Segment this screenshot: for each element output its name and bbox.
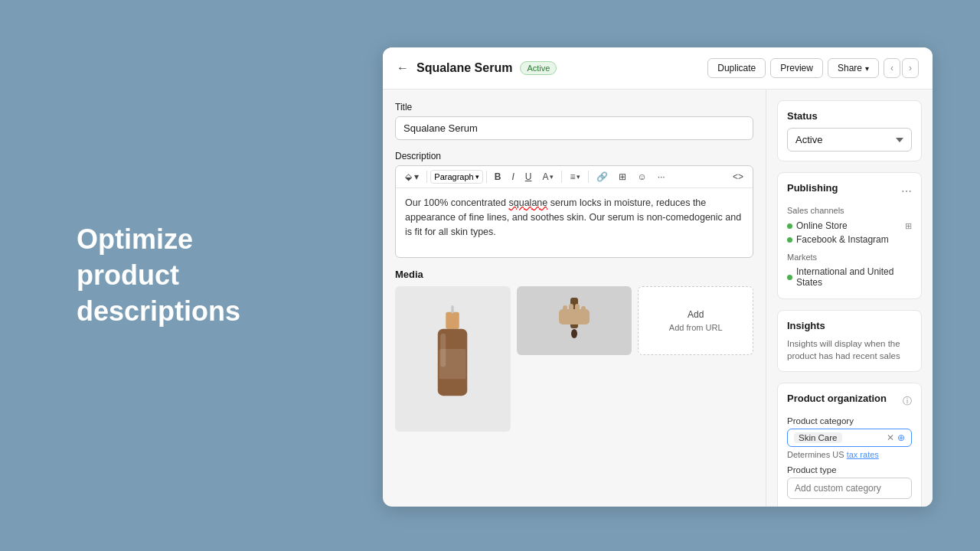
prev-arrow[interactable]: ‹ <box>884 58 900 78</box>
channel-online-store: Online Store ⊞ <box>787 219 912 233</box>
status-section: Status Active Draft Archived <box>777 100 922 161</box>
italic-btn[interactable]: I <box>507 169 518 184</box>
channel-name: Online Store <box>787 220 848 231</box>
panel-header: ← Squalane Serum Active Duplicate Previe… <box>383 47 933 90</box>
insights-section: Insights Insights will display when the … <box>777 310 922 372</box>
editor-toolbar: ⬙ ▾ Paragraph ▾ B I U A▾ <box>396 166 753 188</box>
markets-label: Markets <box>787 253 912 262</box>
code-btn[interactable]: <> <box>728 169 748 184</box>
category-clear-icon[interactable]: ✕ <box>887 432 894 443</box>
svg-rect-9 <box>569 304 573 317</box>
product-panel: ← Squalane Serum Active Duplicate Previe… <box>383 47 933 507</box>
product-org-title: Product organization <box>787 393 887 404</box>
share-button[interactable]: Share ▾ <box>828 58 879 78</box>
table-btn[interactable]: ⊞ <box>614 169 631 184</box>
text-color-btn[interactable]: A▾ <box>537 169 558 184</box>
category-tag: Skin Care <box>794 432 842 443</box>
header-right: Duplicate Preview Share ▾ ‹ › <box>707 58 919 78</box>
publishing-header: Publishing ⋯ <box>787 182 912 200</box>
title-input[interactable] <box>395 116 753 140</box>
emoji-btn[interactable]: ☺ <box>632 169 651 184</box>
more-btn[interactable]: ··· <box>653 169 670 184</box>
category-label: Product category <box>787 416 912 425</box>
title-label: Title <box>395 102 753 112</box>
add-btn[interactable]: Add <box>688 309 704 320</box>
media-section: Media <box>395 269 753 432</box>
insights-title: Insights <box>787 320 912 331</box>
media-title: Media <box>395 269 753 280</box>
category-search-icon[interactable]: ⊕ <box>897 432 905 443</box>
channel-facebook: Facebook & Instagram <box>787 233 912 246</box>
product-name-header: Squalane Serum <box>416 61 512 75</box>
duplicate-button[interactable]: Duplicate <box>707 58 766 78</box>
market-intl: International and United States <box>787 265 912 289</box>
description-editor: ⬙ ▾ Paragraph ▾ B I U A▾ <box>395 165 753 258</box>
description-field: Description ⬙ ▾ Paragraph ▾ B I U <box>395 151 753 258</box>
info-icon[interactable]: ⓘ <box>903 395 912 408</box>
svg-rect-10 <box>575 304 580 317</box>
header-left: ← Squalane Serum Active <box>397 61 557 75</box>
svg-rect-4 <box>439 349 466 379</box>
media-add-cell[interactable]: Add Add from URL <box>638 286 753 355</box>
add-url-btn[interactable]: Add from URL <box>669 323 723 332</box>
collections-label: Collections <box>787 505 912 507</box>
separator-4 <box>588 171 589 183</box>
sidebar: Status Active Draft Archived Publishing … <box>766 90 933 507</box>
svg-point-6 <box>571 329 577 338</box>
channel-fb-dot <box>787 237 792 243</box>
publishing-menu-btn[interactable]: ⋯ <box>901 185 912 197</box>
channel-fb-name: Facebook & Instagram <box>787 234 889 245</box>
category-input-wrap[interactable]: Skin Care ✕ ⊕ <box>787 429 912 447</box>
tax-rates-link[interactable]: tax rates <box>847 450 879 459</box>
background-text: Optimize product descriptions <box>77 222 291 329</box>
svg-rect-11 <box>581 306 586 317</box>
title-field: Title <box>395 102 753 140</box>
status-select[interactable]: Active Draft Archived <box>787 128 912 152</box>
panel-body: Title Description ⬙ ▾ Paragraph ▾ B <box>383 90 933 507</box>
preview-button[interactable]: Preview <box>770 58 823 78</box>
channel-settings-icon[interactable]: ⊞ <box>905 221 912 231</box>
separator-1 <box>426 171 427 183</box>
back-button[interactable]: ← <box>397 61 409 75</box>
link-btn[interactable]: 🔗 <box>592 169 612 184</box>
next-arrow[interactable]: › <box>902 58 919 78</box>
channel-active-dot <box>787 223 792 229</box>
bottle-illustration <box>422 305 483 412</box>
media-grid: Add Add from URL <box>395 286 753 432</box>
underline-btn[interactable]: U <box>521 169 537 184</box>
svg-rect-0 <box>446 312 460 329</box>
publishing-section: Publishing ⋯ Sales channels Online Store… <box>777 172 922 299</box>
bold-btn[interactable]: B <box>490 169 506 184</box>
market-dot <box>787 275 792 280</box>
product-type-label: Product type <box>787 465 912 474</box>
description-label: Description <box>395 151 753 161</box>
insights-text: Insights will display when the product h… <box>787 337 912 362</box>
align-btn[interactable]: ≡▾ <box>565 169 585 184</box>
svg-rect-1 <box>452 305 455 314</box>
main-content: Title Description ⬙ ▾ Paragraph ▾ B <box>383 90 766 507</box>
paragraph-select[interactable]: Paragraph ▾ <box>430 170 482 184</box>
product-org-section: Product organization ⓘ Product category … <box>777 383 922 507</box>
nav-arrows: ‹ › <box>884 58 919 78</box>
separator-2 <box>486 171 487 183</box>
media-main-image[interactable] <box>395 286 511 432</box>
thumb-illustration <box>551 294 597 347</box>
product-type-input[interactable] <box>787 478 912 499</box>
prod-org-header: Product organization ⓘ <box>787 393 912 410</box>
active-badge: Active <box>520 61 557 75</box>
svg-rect-8 <box>563 305 567 317</box>
editor-content[interactable]: Our 100% concentrated squalane serum loc… <box>396 188 753 257</box>
sales-channels-label: Sales channels <box>787 206 912 215</box>
determines-text: Determines US tax rates <box>787 450 912 459</box>
separator-3 <box>561 171 562 183</box>
market-name: International and United States <box>787 266 912 288</box>
media-thumb-image[interactable] <box>517 286 632 355</box>
publishing-title: Publishing <box>787 182 838 194</box>
style-btn[interactable]: ⬙ ▾ <box>400 169 423 184</box>
status-title: Status <box>787 110 912 122</box>
